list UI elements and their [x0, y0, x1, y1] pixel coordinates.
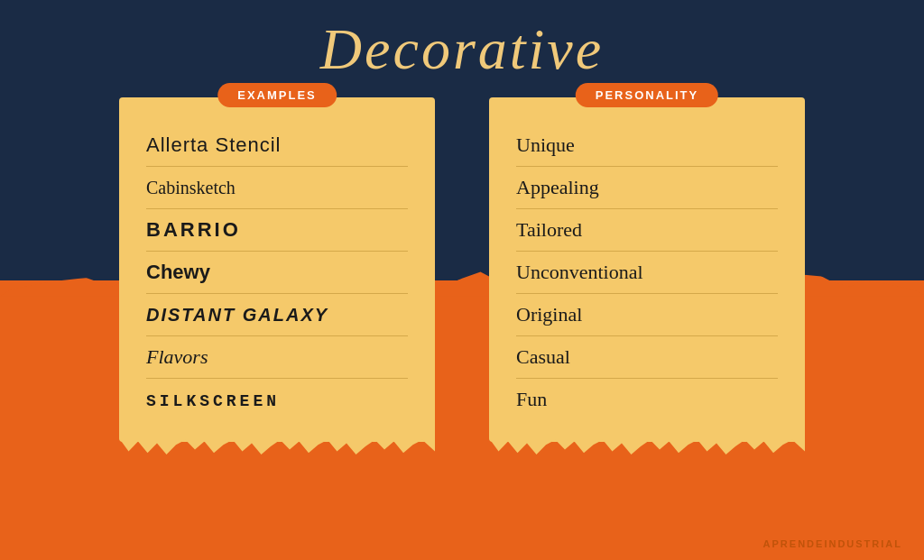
content: Decorative EXAMPLES Allerta Stencil Cabi… [0, 0, 924, 560]
list-item: Fun [516, 379, 778, 420]
list-item: Unique [516, 124, 778, 167]
list-item: Flavors [146, 336, 408, 379]
example-font-allerta: Allerta Stencil [146, 133, 282, 156]
list-item: Appealing [516, 167, 778, 209]
list-item: Casual [516, 336, 778, 379]
list-item: Cabinsketch [146, 167, 408, 209]
example-font-flavors: Flavors [146, 345, 208, 368]
examples-card: EXAMPLES Allerta Stencil Cabinsketch BAR… [119, 97, 435, 442]
list-item: BARRIO [146, 209, 408, 252]
watermark: APRENDEINDUSTRIAL [763, 538, 902, 549]
list-item: DISTANT GALAXY [146, 294, 408, 336]
example-font-distant: DISTANT GALAXY [146, 305, 328, 325]
page-title: Decorative [320, 16, 604, 83]
page: Decorative EXAMPLES Allerta Stencil Cabi… [0, 0, 924, 560]
examples-list: Allerta Stencil Cabinsketch BARRIO Chewy… [146, 124, 408, 420]
list-item: Tailored [516, 209, 778, 252]
example-font-barrio: BARRIO [146, 218, 241, 241]
list-item: SILKSCREEN [146, 379, 408, 420]
list-item: Chewy [146, 252, 408, 294]
example-font-chewy: Chewy [146, 261, 210, 283]
personality-card: PERSONALITY Unique Appealing Tailored Un… [489, 97, 805, 442]
examples-badge: EXAMPLES [217, 83, 337, 107]
personality-badge: PERSONALITY [576, 83, 718, 107]
personality-list: Unique Appealing Tailored Unconventional… [516, 124, 778, 420]
list-item: Allerta Stencil [146, 124, 408, 167]
example-font-cabinsketch: Cabinsketch [146, 178, 236, 197]
list-item: Unconventional [516, 252, 778, 294]
example-font-silkscreen: SILKSCREEN [146, 392, 280, 410]
list-item: Original [516, 294, 778, 336]
columns: EXAMPLES Allerta Stencil Cabinsketch BAR… [119, 97, 805, 442]
